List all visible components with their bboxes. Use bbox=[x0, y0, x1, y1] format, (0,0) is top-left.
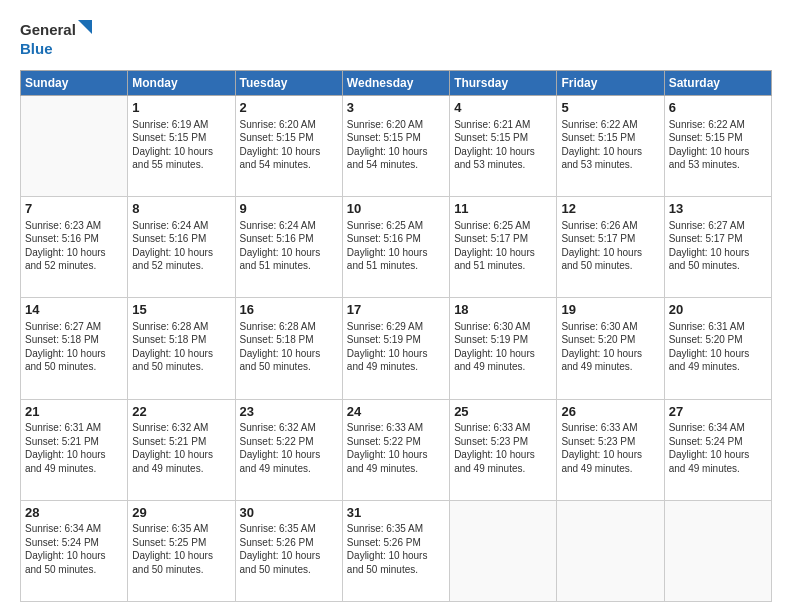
day-info: Sunrise: 6:29 AM Sunset: 5:19 PM Dayligh… bbox=[347, 320, 445, 374]
weekday-friday: Friday bbox=[557, 71, 664, 96]
day-number: 30 bbox=[240, 504, 338, 522]
calendar-cell: 11Sunrise: 6:25 AM Sunset: 5:17 PM Dayli… bbox=[450, 197, 557, 298]
day-info: Sunrise: 6:25 AM Sunset: 5:17 PM Dayligh… bbox=[454, 219, 552, 273]
week-row-2: 14Sunrise: 6:27 AM Sunset: 5:18 PM Dayli… bbox=[21, 298, 772, 399]
svg-text:Blue: Blue bbox=[20, 40, 53, 57]
calendar-cell: 13Sunrise: 6:27 AM Sunset: 5:17 PM Dayli… bbox=[664, 197, 771, 298]
calendar-cell: 16Sunrise: 6:28 AM Sunset: 5:18 PM Dayli… bbox=[235, 298, 342, 399]
day-info: Sunrise: 6:23 AM Sunset: 5:16 PM Dayligh… bbox=[25, 219, 123, 273]
calendar-cell: 2Sunrise: 6:20 AM Sunset: 5:15 PM Daylig… bbox=[235, 96, 342, 197]
day-info: Sunrise: 6:20 AM Sunset: 5:15 PM Dayligh… bbox=[347, 118, 445, 172]
day-info: Sunrise: 6:35 AM Sunset: 5:26 PM Dayligh… bbox=[347, 522, 445, 576]
calendar-cell: 19Sunrise: 6:30 AM Sunset: 5:20 PM Dayli… bbox=[557, 298, 664, 399]
day-number: 2 bbox=[240, 99, 338, 117]
day-number: 3 bbox=[347, 99, 445, 117]
day-number: 10 bbox=[347, 200, 445, 218]
day-info: Sunrise: 6:32 AM Sunset: 5:22 PM Dayligh… bbox=[240, 421, 338, 475]
day-number: 20 bbox=[669, 301, 767, 319]
calendar-page: General Blue SundayMondayTuesdayWednesda… bbox=[0, 0, 792, 612]
svg-text:General: General bbox=[20, 21, 76, 38]
day-number: 14 bbox=[25, 301, 123, 319]
weekday-saturday: Saturday bbox=[664, 71, 771, 96]
day-number: 4 bbox=[454, 99, 552, 117]
calendar-cell bbox=[450, 500, 557, 601]
day-number: 23 bbox=[240, 403, 338, 421]
day-info: Sunrise: 6:33 AM Sunset: 5:23 PM Dayligh… bbox=[561, 421, 659, 475]
calendar-table: SundayMondayTuesdayWednesdayThursdayFrid… bbox=[20, 70, 772, 602]
day-number: 29 bbox=[132, 504, 230, 522]
day-info: Sunrise: 6:30 AM Sunset: 5:20 PM Dayligh… bbox=[561, 320, 659, 374]
day-number: 6 bbox=[669, 99, 767, 117]
day-info: Sunrise: 6:21 AM Sunset: 5:15 PM Dayligh… bbox=[454, 118, 552, 172]
calendar-cell: 3Sunrise: 6:20 AM Sunset: 5:15 PM Daylig… bbox=[342, 96, 449, 197]
day-info: Sunrise: 6:20 AM Sunset: 5:15 PM Dayligh… bbox=[240, 118, 338, 172]
day-info: Sunrise: 6:31 AM Sunset: 5:21 PM Dayligh… bbox=[25, 421, 123, 475]
header: General Blue bbox=[20, 18, 772, 60]
day-number: 17 bbox=[347, 301, 445, 319]
day-info: Sunrise: 6:33 AM Sunset: 5:22 PM Dayligh… bbox=[347, 421, 445, 475]
week-row-1: 7Sunrise: 6:23 AM Sunset: 5:16 PM Daylig… bbox=[21, 197, 772, 298]
calendar-cell: 10Sunrise: 6:25 AM Sunset: 5:16 PM Dayli… bbox=[342, 197, 449, 298]
day-number: 9 bbox=[240, 200, 338, 218]
day-info: Sunrise: 6:27 AM Sunset: 5:17 PM Dayligh… bbox=[669, 219, 767, 273]
day-info: Sunrise: 6:30 AM Sunset: 5:19 PM Dayligh… bbox=[454, 320, 552, 374]
day-info: Sunrise: 6:24 AM Sunset: 5:16 PM Dayligh… bbox=[240, 219, 338, 273]
weekday-row: SundayMondayTuesdayWednesdayThursdayFrid… bbox=[21, 71, 772, 96]
day-info: Sunrise: 6:27 AM Sunset: 5:18 PM Dayligh… bbox=[25, 320, 123, 374]
day-info: Sunrise: 6:25 AM Sunset: 5:16 PM Dayligh… bbox=[347, 219, 445, 273]
calendar-cell: 7Sunrise: 6:23 AM Sunset: 5:16 PM Daylig… bbox=[21, 197, 128, 298]
calendar-cell: 23Sunrise: 6:32 AM Sunset: 5:22 PM Dayli… bbox=[235, 399, 342, 500]
calendar-cell: 31Sunrise: 6:35 AM Sunset: 5:26 PM Dayli… bbox=[342, 500, 449, 601]
day-number: 8 bbox=[132, 200, 230, 218]
calendar-cell: 27Sunrise: 6:34 AM Sunset: 5:24 PM Dayli… bbox=[664, 399, 771, 500]
calendar-cell: 15Sunrise: 6:28 AM Sunset: 5:18 PM Dayli… bbox=[128, 298, 235, 399]
day-info: Sunrise: 6:32 AM Sunset: 5:21 PM Dayligh… bbox=[132, 421, 230, 475]
calendar-cell: 17Sunrise: 6:29 AM Sunset: 5:19 PM Dayli… bbox=[342, 298, 449, 399]
day-info: Sunrise: 6:22 AM Sunset: 5:15 PM Dayligh… bbox=[669, 118, 767, 172]
calendar-cell bbox=[21, 96, 128, 197]
calendar-cell: 24Sunrise: 6:33 AM Sunset: 5:22 PM Dayli… bbox=[342, 399, 449, 500]
day-number: 27 bbox=[669, 403, 767, 421]
day-number: 24 bbox=[347, 403, 445, 421]
day-number: 25 bbox=[454, 403, 552, 421]
weekday-wednesday: Wednesday bbox=[342, 71, 449, 96]
day-info: Sunrise: 6:31 AM Sunset: 5:20 PM Dayligh… bbox=[669, 320, 767, 374]
day-info: Sunrise: 6:24 AM Sunset: 5:16 PM Dayligh… bbox=[132, 219, 230, 273]
week-row-0: 1Sunrise: 6:19 AM Sunset: 5:15 PM Daylig… bbox=[21, 96, 772, 197]
calendar-cell: 18Sunrise: 6:30 AM Sunset: 5:19 PM Dayli… bbox=[450, 298, 557, 399]
day-info: Sunrise: 6:22 AM Sunset: 5:15 PM Dayligh… bbox=[561, 118, 659, 172]
day-number: 21 bbox=[25, 403, 123, 421]
calendar-cell: 6Sunrise: 6:22 AM Sunset: 5:15 PM Daylig… bbox=[664, 96, 771, 197]
calendar-cell: 28Sunrise: 6:34 AM Sunset: 5:24 PM Dayli… bbox=[21, 500, 128, 601]
day-number: 28 bbox=[25, 504, 123, 522]
day-number: 12 bbox=[561, 200, 659, 218]
day-info: Sunrise: 6:28 AM Sunset: 5:18 PM Dayligh… bbox=[240, 320, 338, 374]
day-info: Sunrise: 6:34 AM Sunset: 5:24 PM Dayligh… bbox=[25, 522, 123, 576]
calendar-cell: 25Sunrise: 6:33 AM Sunset: 5:23 PM Dayli… bbox=[450, 399, 557, 500]
calendar-cell: 20Sunrise: 6:31 AM Sunset: 5:20 PM Dayli… bbox=[664, 298, 771, 399]
calendar-cell: 29Sunrise: 6:35 AM Sunset: 5:25 PM Dayli… bbox=[128, 500, 235, 601]
day-number: 11 bbox=[454, 200, 552, 218]
calendar-body: 1Sunrise: 6:19 AM Sunset: 5:15 PM Daylig… bbox=[21, 96, 772, 602]
day-number: 7 bbox=[25, 200, 123, 218]
calendar-cell: 8Sunrise: 6:24 AM Sunset: 5:16 PM Daylig… bbox=[128, 197, 235, 298]
day-number: 26 bbox=[561, 403, 659, 421]
calendar-cell: 30Sunrise: 6:35 AM Sunset: 5:26 PM Dayli… bbox=[235, 500, 342, 601]
weekday-tuesday: Tuesday bbox=[235, 71, 342, 96]
day-info: Sunrise: 6:28 AM Sunset: 5:18 PM Dayligh… bbox=[132, 320, 230, 374]
day-number: 18 bbox=[454, 301, 552, 319]
day-number: 13 bbox=[669, 200, 767, 218]
day-info: Sunrise: 6:26 AM Sunset: 5:17 PM Dayligh… bbox=[561, 219, 659, 273]
calendar-cell: 4Sunrise: 6:21 AM Sunset: 5:15 PM Daylig… bbox=[450, 96, 557, 197]
day-number: 1 bbox=[132, 99, 230, 117]
logo: General Blue bbox=[20, 18, 100, 60]
calendar-cell: 21Sunrise: 6:31 AM Sunset: 5:21 PM Dayli… bbox=[21, 399, 128, 500]
week-row-3: 21Sunrise: 6:31 AM Sunset: 5:21 PM Dayli… bbox=[21, 399, 772, 500]
day-number: 22 bbox=[132, 403, 230, 421]
weekday-monday: Monday bbox=[128, 71, 235, 96]
calendar-cell: 1Sunrise: 6:19 AM Sunset: 5:15 PM Daylig… bbox=[128, 96, 235, 197]
calendar-cell: 14Sunrise: 6:27 AM Sunset: 5:18 PM Dayli… bbox=[21, 298, 128, 399]
day-info: Sunrise: 6:19 AM Sunset: 5:15 PM Dayligh… bbox=[132, 118, 230, 172]
day-info: Sunrise: 6:33 AM Sunset: 5:23 PM Dayligh… bbox=[454, 421, 552, 475]
day-info: Sunrise: 6:34 AM Sunset: 5:24 PM Dayligh… bbox=[669, 421, 767, 475]
